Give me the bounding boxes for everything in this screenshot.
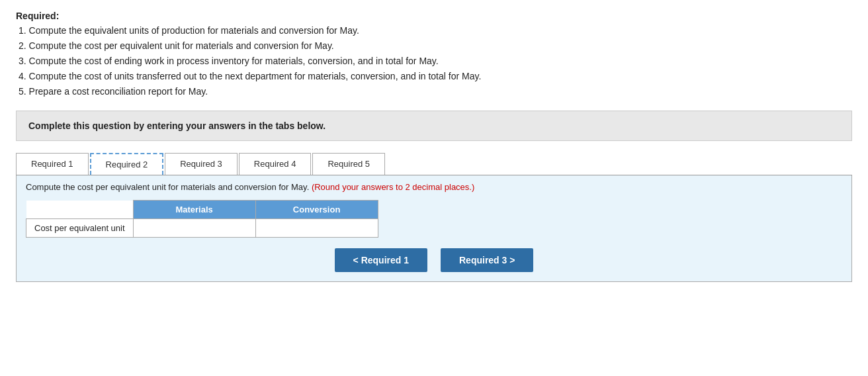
tab-required-3[interactable]: Required 3 xyxy=(165,153,238,175)
content-description: Compute the cost per equivalent unit for… xyxy=(26,182,842,192)
instruction-box: Complete this question by entering your … xyxy=(16,111,852,141)
table-header-row: Materials Conversion xyxy=(26,201,378,219)
tab-required-5[interactable]: Required 5 xyxy=(312,153,385,175)
table-row: Cost per equivalent unit xyxy=(26,219,378,238)
list-item-5: 5. Prepare a cost reconciliation report … xyxy=(19,85,852,99)
instruction-text: Complete this question by entering your … xyxy=(28,120,840,131)
tab-required-1[interactable]: Required 1 xyxy=(16,153,89,175)
conversion-input[interactable] xyxy=(256,219,378,237)
col-header-materials: Materials xyxy=(133,201,255,219)
round-note: (Round your answers to 2 decimal places.… xyxy=(312,182,474,192)
prev-button[interactable]: < Required 1 xyxy=(335,248,427,272)
tab-required-2[interactable]: Required 2 xyxy=(90,153,164,175)
col-header-empty xyxy=(26,201,134,219)
required-header: Required: xyxy=(16,11,852,21)
materials-input[interactable] xyxy=(134,219,255,237)
next-button[interactable]: Required 3 > xyxy=(441,248,533,272)
content-area: Compute the cost per equivalent unit for… xyxy=(16,175,852,282)
tab-required-4[interactable]: Required 4 xyxy=(239,153,312,175)
list-item-4: 4. Compute the cost of units transferred… xyxy=(19,70,852,83)
nav-buttons: < Required 1 Required 3 > xyxy=(26,248,842,272)
conversion-input-cell[interactable] xyxy=(255,219,378,238)
materials-input-cell[interactable] xyxy=(133,219,255,238)
tabs-container: Required 1 Required 2 Required 3 Require… xyxy=(16,153,852,175)
list-item-3: 3. Compute the cost of ending work in pr… xyxy=(19,54,852,68)
required-section: Required: 1. Compute the equivalent unit… xyxy=(16,11,852,99)
content-desc-text: Compute the cost per equivalent unit for… xyxy=(26,182,309,192)
list-item-2: 2. Compute the cost per equivalent unit … xyxy=(19,39,852,53)
required-list: 1. Compute the equivalent units of produ… xyxy=(19,24,852,99)
col-header-conversion: Conversion xyxy=(255,201,378,219)
row-label: Cost per equivalent unit xyxy=(26,219,134,238)
cost-table: Materials Conversion Cost per equivalent… xyxy=(26,200,378,238)
list-item-1: 1. Compute the equivalent units of produ… xyxy=(19,24,852,38)
